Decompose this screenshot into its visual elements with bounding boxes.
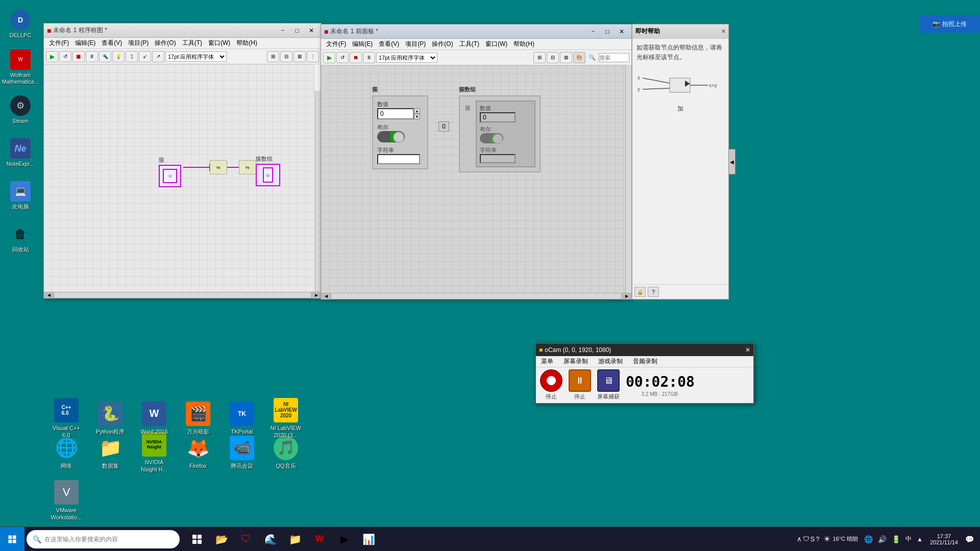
start-button[interactable] xyxy=(0,527,24,552)
distribute-button[interactable]: ⊠ xyxy=(293,51,306,62)
lv-panel-vscrollbar[interactable] xyxy=(625,65,631,293)
lv-program-titlebar[interactable]: ■ 未命名 1 程序框图 * － □ ✕ xyxy=(44,23,321,38)
ocam-screenshot-button[interactable]: 🖥 xyxy=(597,369,620,392)
highlight-button[interactable]: 💡 xyxy=(112,51,125,62)
ocam-menu-audio[interactable]: 音频录制 xyxy=(628,356,663,367)
help-collapse-arrow[interactable]: ◀ xyxy=(728,149,736,174)
taskbar-folder[interactable]: 📁 xyxy=(284,528,306,550)
panel-abort-button[interactable]: ⏹ xyxy=(350,52,362,63)
step-out-button[interactable]: ↗ xyxy=(152,51,164,62)
align-button[interactable]: ⊟ xyxy=(280,51,292,62)
tray-volume[interactable]: 🔊 xyxy=(876,535,889,543)
taskbar-edge[interactable]: 🌊 xyxy=(259,528,282,550)
debug-button[interactable]: 🔦 xyxy=(99,51,111,62)
panel-run-cont-button[interactable]: ↺ xyxy=(336,52,349,63)
panel-scroll-left[interactable]: ◀ xyxy=(321,293,331,299)
taskbar-ppt[interactable]: 📊 xyxy=(357,528,380,550)
upload-button[interactable]: 📷 拍照上传 xyxy=(919,15,980,33)
close-button[interactable]: ✕ xyxy=(305,26,318,36)
taskbar-search-bar[interactable]: 🔍 xyxy=(27,530,180,548)
panel-color-button[interactable]: 🎨 xyxy=(573,52,585,63)
taskbar-security[interactable]: 🛡 xyxy=(235,528,257,550)
panel-menu-edit[interactable]: 编辑(E) xyxy=(349,39,376,49)
help-lock-btn[interactable]: 🔒 xyxy=(634,287,646,297)
panel-scroll-right[interactable]: ▶ xyxy=(621,293,631,299)
conversion-block[interactable]: ⇆ xyxy=(210,160,227,174)
panel-menu-view[interactable]: 查看(V) xyxy=(376,39,402,49)
desktop-icon-recycle[interactable]: 🗑 回收站 xyxy=(1,218,40,259)
minimize-button[interactable]: － xyxy=(276,26,289,36)
panel-menu-window[interactable]: 窗口(W) xyxy=(482,39,510,49)
lv-panel-hscrollbar[interactable]: ◀ ▶ xyxy=(321,293,631,299)
maximize-button[interactable]: □ xyxy=(290,26,304,36)
taskbar-task-view[interactable] xyxy=(186,528,208,550)
menu-window[interactable]: 窗口(W) xyxy=(205,38,233,48)
grid-icon-cpp[interactable]: C++6.0 Visual C++6.0 xyxy=(46,396,87,441)
lv-panel-canvas[interactable]: 簇 数值 0 ▲ xyxy=(321,65,625,293)
tray-network[interactable]: 🌐 xyxy=(862,535,875,543)
ocam-record-button[interactable] xyxy=(540,369,562,392)
panel-font-select[interactable]: 17pt 应用程序字体 xyxy=(376,53,437,63)
fp-string-input[interactable] xyxy=(377,154,420,164)
menu-edit[interactable]: 编辑(E) xyxy=(72,38,99,48)
taskbar-file-explorer[interactable]: 📂 xyxy=(210,528,233,550)
ocam-menu-game[interactable]: 游戏录制 xyxy=(593,356,628,367)
clock-area[interactable]: 17:37 2021/11/14 xyxy=(926,533,962,545)
snap-button[interactable]: ⊞ xyxy=(267,51,279,62)
panel-dist-button[interactable]: ⊠ xyxy=(560,52,572,63)
fp-arr-bool-toggle[interactable] xyxy=(480,133,503,143)
lv-program-canvas[interactable]: 簇 ⊞ xyxy=(44,64,315,292)
grid-icon-labview[interactable]: NILabVIEW2020 NI LabVIEW2020 (3... xyxy=(265,396,306,441)
desktop-icon-noteexpr[interactable]: Ne NoteExpr... xyxy=(1,133,40,173)
panel-run-button[interactable]: ▶ xyxy=(323,52,335,63)
panel-menu-help[interactable]: 帮助(H) xyxy=(510,39,537,49)
fp-bool-toggle[interactable] xyxy=(377,131,405,142)
panel-menu-project[interactable]: 项目(P) xyxy=(402,39,429,49)
menu-view[interactable]: 查看(V) xyxy=(99,38,125,48)
run-button[interactable]: ▶ xyxy=(46,51,58,62)
menu-operate[interactable]: 操作(O) xyxy=(152,38,179,48)
abort-button[interactable]: ⏹ xyxy=(72,51,85,62)
panel-menu-operate[interactable]: 操作(O) xyxy=(429,39,456,49)
ocam-menu-menu[interactable]: 菜单 xyxy=(536,356,558,367)
panel-pause-button[interactable]: ⏸ xyxy=(363,52,375,63)
tray-chevron[interactable]: ∧ xyxy=(797,535,802,543)
ocam-menu-screen[interactable]: 屏幕录制 xyxy=(558,356,593,367)
pause-button[interactable]: ⏸ xyxy=(86,51,98,62)
menu-project[interactable]: 项目(P) xyxy=(125,38,152,48)
menu-help[interactable]: 帮助(H) xyxy=(233,38,260,48)
lv-program-hscrollbar[interactable]: ◀ ▶ xyxy=(44,292,321,298)
fp-dn-arrow[interactable]: ▼ xyxy=(414,114,420,119)
weather-area[interactable]: ☀ 16°C 晴朗 xyxy=(820,534,861,544)
panel-minimize-button[interactable]: － xyxy=(586,27,600,37)
panel-maximize-button[interactable]: □ xyxy=(601,27,614,37)
panel-close-button[interactable]: ✕ xyxy=(615,27,628,37)
scroll-right-btn[interactable]: ▶ xyxy=(311,292,321,298)
desktop-icon-wolfram[interactable]: W Wolfram Mathematica... xyxy=(1,47,40,88)
panel-menu-file[interactable]: 文件(F) xyxy=(323,39,349,49)
tray-battery[interactable]: 🔋 xyxy=(890,535,902,543)
panel-size-button[interactable]: ⊟ xyxy=(547,52,559,63)
grid-icon-wanxing[interactable]: 🎬 万兴暗影 xyxy=(178,396,218,441)
cluster1-block[interactable]: ⊞ xyxy=(159,165,181,187)
menu-tools[interactable]: 工具(T) xyxy=(179,38,205,48)
tray-antivirus[interactable]: 🛡 xyxy=(803,535,810,543)
desktop-icon-mypc[interactable]: 💻 此电脑 xyxy=(1,176,40,216)
fp-up-arrow[interactable]: ▲ xyxy=(414,108,420,114)
tray-notification[interactable]: 💬 xyxy=(963,535,976,543)
reorder-button[interactable]: ⋮ xyxy=(307,51,319,62)
ocam-close-btn[interactable]: ✕ xyxy=(745,346,750,354)
desktop-icon-dellpc[interactable]: D DELLPC xyxy=(1,4,40,45)
panel-align-button[interactable]: ⊞ xyxy=(533,52,546,63)
taskbar-media[interactable]: ▶ xyxy=(333,528,355,550)
taskbar-search-input[interactable] xyxy=(44,536,174,543)
taskbar-wps[interactable]: W xyxy=(308,528,331,550)
run-continuously-button[interactable]: ↺ xyxy=(59,51,71,62)
panel-menu-tools[interactable]: 工具(T) xyxy=(456,39,482,49)
help-close-btn[interactable]: ✕ xyxy=(721,29,725,34)
grid-icon-tkportal[interactable]: TK TKPortal xyxy=(222,396,262,441)
menu-file[interactable]: 文件(F) xyxy=(46,38,72,48)
fp-arr-numeric-input[interactable]: 0 xyxy=(480,112,516,122)
grid-icon-word[interactable]: W Word 2016 xyxy=(134,396,175,441)
tray-question[interactable]: ? xyxy=(816,535,819,543)
